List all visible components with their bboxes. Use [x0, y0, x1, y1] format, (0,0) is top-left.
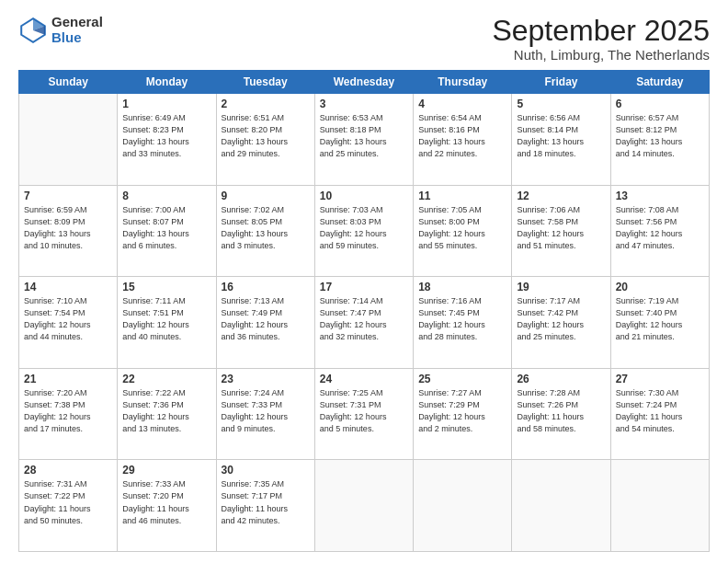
- day-info: Sunrise: 7:02 AM Sunset: 8:05 PM Dayligh…: [222, 204, 310, 252]
- col-tuesday: Tuesday: [216, 71, 314, 94]
- day-number: 15: [122, 281, 210, 293]
- cell-w1-d6: 5Sunrise: 6:56 AM Sunset: 8:14 PM Daylig…: [512, 94, 610, 186]
- day-number: 28: [24, 464, 112, 477]
- cell-w4-d6: 26Sunrise: 7:28 AM Sunset: 7:26 PM Dayli…: [512, 368, 610, 460]
- day-info: Sunrise: 7:33 AM Sunset: 7:20 PM Dayligh…: [122, 478, 210, 526]
- cell-w2-d4: 10Sunrise: 7:03 AM Sunset: 8:03 PM Dayli…: [314, 185, 413, 277]
- day-info: Sunrise: 7:30 AM Sunset: 7:24 PM Dayligh…: [616, 387, 704, 435]
- cell-w4-d7: 27Sunrise: 7:30 AM Sunset: 7:24 PM Dayli…: [610, 368, 709, 460]
- cell-w4-d3: 23Sunrise: 7:24 AM Sunset: 7:33 PM Dayli…: [216, 368, 314, 460]
- day-info: Sunrise: 6:56 AM Sunset: 8:14 PM Dayligh…: [517, 112, 605, 160]
- cell-w4-d4: 24Sunrise: 7:25 AM Sunset: 7:31 PM Dayli…: [314, 368, 413, 460]
- day-info: Sunrise: 7:17 AM Sunset: 7:42 PM Dayligh…: [517, 295, 605, 343]
- logo-blue-text: Blue: [51, 30, 103, 46]
- col-friday: Friday: [512, 71, 610, 94]
- day-info: Sunrise: 7:06 AM Sunset: 7:58 PM Dayligh…: [517, 204, 605, 252]
- day-info: Sunrise: 7:00 AM Sunset: 8:07 PM Dayligh…: [122, 204, 210, 252]
- cell-w5-d6: [512, 460, 610, 552]
- day-info: Sunrise: 7:20 AM Sunset: 7:38 PM Dayligh…: [24, 387, 112, 435]
- logo: General Blue: [18, 15, 103, 45]
- cell-w5-d3: 30Sunrise: 7:35 AM Sunset: 7:17 PM Dayli…: [216, 460, 314, 552]
- day-info: Sunrise: 7:25 AM Sunset: 7:31 PM Dayligh…: [320, 387, 408, 435]
- cell-w3-d5: 18Sunrise: 7:16 AM Sunset: 7:45 PM Dayli…: [414, 277, 512, 369]
- day-info: Sunrise: 6:49 AM Sunset: 8:23 PM Dayligh…: [122, 112, 210, 160]
- day-info: Sunrise: 7:22 AM Sunset: 7:36 PM Dayligh…: [122, 387, 210, 435]
- day-info: Sunrise: 7:11 AM Sunset: 7:51 PM Dayligh…: [122, 295, 210, 343]
- col-thursday: Thursday: [414, 71, 512, 94]
- day-info: Sunrise: 7:28 AM Sunset: 7:26 PM Dayligh…: [517, 387, 605, 435]
- cell-w2-d7: 13Sunrise: 7:08 AM Sunset: 7:56 PM Dayli…: [610, 185, 709, 277]
- day-info: Sunrise: 7:05 AM Sunset: 8:00 PM Dayligh…: [418, 204, 506, 252]
- cell-w4-d1: 21Sunrise: 7:20 AM Sunset: 7:38 PM Dayli…: [19, 368, 118, 460]
- day-info: Sunrise: 6:59 AM Sunset: 8:09 PM Dayligh…: [24, 204, 112, 252]
- cell-w4-d5: 25Sunrise: 7:27 AM Sunset: 7:29 PM Dayli…: [414, 368, 512, 460]
- day-number: 20: [616, 281, 704, 293]
- cell-w2-d3: 9Sunrise: 7:02 AM Sunset: 8:05 PM Daylig…: [216, 185, 314, 277]
- day-info: Sunrise: 6:51 AM Sunset: 8:20 PM Dayligh…: [222, 112, 310, 160]
- day-info: Sunrise: 7:27 AM Sunset: 7:29 PM Dayligh…: [418, 387, 506, 435]
- month-title: September 2025: [492, 15, 710, 47]
- cell-w1-d5: 4Sunrise: 6:54 AM Sunset: 8:16 PM Daylig…: [414, 94, 512, 186]
- day-info: Sunrise: 6:54 AM Sunset: 8:16 PM Dayligh…: [418, 112, 506, 160]
- cell-w5-d5: [414, 460, 512, 552]
- day-number: 26: [517, 373, 605, 385]
- day-number: 7: [24, 190, 112, 202]
- day-number: 25: [418, 373, 506, 385]
- day-number: 17: [320, 281, 408, 293]
- day-number: 8: [122, 190, 210, 202]
- cell-w3-d2: 15Sunrise: 7:11 AM Sunset: 7:51 PM Dayli…: [118, 277, 216, 369]
- col-wednesday: Wednesday: [314, 71, 413, 94]
- day-number: 29: [122, 464, 210, 477]
- day-number: 5: [517, 98, 605, 110]
- day-number: 13: [616, 190, 704, 202]
- day-number: 4: [418, 98, 506, 110]
- cell-w2-d2: 8Sunrise: 7:00 AM Sunset: 8:07 PM Daylig…: [118, 185, 216, 277]
- cell-w3-d4: 17Sunrise: 7:14 AM Sunset: 7:47 PM Dayli…: [314, 277, 413, 369]
- week-row-3: 14Sunrise: 7:10 AM Sunset: 7:54 PM Dayli…: [19, 277, 710, 369]
- day-number: 2: [222, 98, 310, 110]
- calendar-table: Sunday Monday Tuesday Wednesday Thursday…: [18, 70, 710, 552]
- day-info: Sunrise: 7:31 AM Sunset: 7:22 PM Dayligh…: [24, 478, 112, 526]
- day-number: 16: [222, 281, 310, 293]
- cell-w5-d1: 28Sunrise: 7:31 AM Sunset: 7:22 PM Dayli…: [19, 460, 118, 552]
- header: General Blue September 2025 Nuth, Limbur…: [18, 15, 710, 63]
- cell-w2-d6: 12Sunrise: 7:06 AM Sunset: 7:58 PM Dayli…: [512, 185, 610, 277]
- day-number: 23: [222, 373, 310, 385]
- cell-w5-d2: 29Sunrise: 7:33 AM Sunset: 7:20 PM Dayli…: [118, 460, 216, 552]
- day-info: Sunrise: 7:16 AM Sunset: 7:45 PM Dayligh…: [418, 295, 506, 343]
- col-monday: Monday: [118, 71, 216, 94]
- day-info: Sunrise: 7:08 AM Sunset: 7:56 PM Dayligh…: [616, 204, 704, 252]
- cell-w1-d4: 3Sunrise: 6:53 AM Sunset: 8:18 PM Daylig…: [314, 94, 413, 186]
- day-number: 10: [320, 190, 408, 202]
- day-number: 22: [122, 373, 210, 385]
- logo-general-text: General: [51, 15, 103, 30]
- location: Nuth, Limburg, The Netherlands: [492, 47, 710, 63]
- day-number: 1: [122, 98, 210, 110]
- col-sunday: Sunday: [19, 71, 118, 94]
- logo-icon: [18, 16, 48, 45]
- cell-w1-d7: 6Sunrise: 6:57 AM Sunset: 8:12 PM Daylig…: [610, 94, 709, 186]
- day-info: Sunrise: 7:24 AM Sunset: 7:33 PM Dayligh…: [222, 387, 310, 435]
- day-number: 18: [418, 281, 506, 293]
- week-row-5: 28Sunrise: 7:31 AM Sunset: 7:22 PM Dayli…: [19, 460, 710, 552]
- day-number: 30: [222, 464, 310, 477]
- day-info: Sunrise: 7:35 AM Sunset: 7:17 PM Dayligh…: [222, 478, 310, 526]
- week-row-4: 21Sunrise: 7:20 AM Sunset: 7:38 PM Dayli…: [19, 368, 710, 460]
- day-number: 21: [24, 373, 112, 385]
- day-number: 9: [222, 190, 310, 202]
- week-row-1: 1Sunrise: 6:49 AM Sunset: 8:23 PM Daylig…: [19, 94, 710, 186]
- cell-w4-d2: 22Sunrise: 7:22 AM Sunset: 7:36 PM Dayli…: [118, 368, 216, 460]
- cell-w3-d1: 14Sunrise: 7:10 AM Sunset: 7:54 PM Dayli…: [19, 277, 118, 369]
- day-number: 11: [418, 190, 506, 202]
- day-info: Sunrise: 7:14 AM Sunset: 7:47 PM Dayligh…: [320, 295, 408, 343]
- cell-w5-d4: [314, 460, 413, 552]
- day-number: 6: [616, 98, 704, 110]
- cell-w3-d6: 19Sunrise: 7:17 AM Sunset: 7:42 PM Dayli…: [512, 277, 610, 369]
- day-info: Sunrise: 7:13 AM Sunset: 7:49 PM Dayligh…: [222, 295, 310, 343]
- cell-w1-d3: 2Sunrise: 6:51 AM Sunset: 8:20 PM Daylig…: [216, 94, 314, 186]
- day-number: 19: [517, 281, 605, 293]
- day-info: Sunrise: 6:57 AM Sunset: 8:12 PM Dayligh…: [616, 112, 704, 160]
- cell-w3-d3: 16Sunrise: 7:13 AM Sunset: 7:49 PM Dayli…: [216, 277, 314, 369]
- day-number: 14: [24, 281, 112, 293]
- cell-w1-d1: [19, 94, 118, 186]
